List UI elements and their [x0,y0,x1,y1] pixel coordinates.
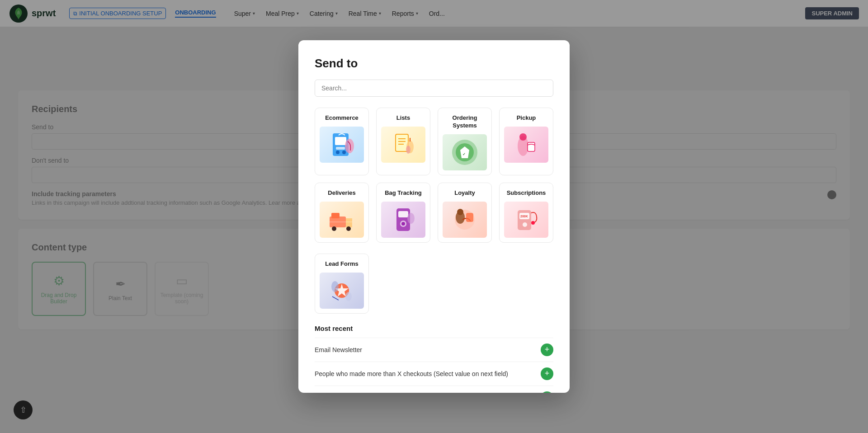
svg-text:✓: ✓ [462,152,466,156]
lead-forms-illustration [320,273,364,309]
svg-rect-19 [528,142,535,151]
add-email-newsletter-button[interactable]: + [541,344,553,356]
ordering-illustration: ✓ [443,134,487,170]
lists-illustration [381,127,425,163]
svg-point-6 [345,139,354,153]
svg-rect-5 [336,147,345,150]
svg-line-42 [332,297,339,300]
svg-point-21 [332,226,336,231]
svg-rect-2 [335,137,346,145]
loyalty-illustration [443,202,487,238]
svg-point-3 [336,151,340,154]
deliveries-illustration [320,202,364,238]
category-pickup[interactable]: Pickup [499,108,553,175]
lead-forms-row: Lead Forms [315,254,553,314]
category-lists[interactable]: Lists [376,108,430,175]
pickup-illustration [504,127,548,163]
add-digital-delivery-button[interactable]: + [541,391,553,393]
recent-item: People with Digital Delivery (Select val… [315,386,553,393]
category-loyalty[interactable]: Loyalty [438,183,492,243]
svg-point-37 [531,221,535,225]
category-ordering-systems[interactable]: Ordering Systems ✓ [438,108,492,175]
svg-rect-33 [466,213,473,222]
svg-point-4 [342,151,346,154]
category-deliveries[interactable]: Deliveries [315,183,369,243]
svg-point-32 [457,209,463,215]
category-grid: Ecommerce Lists Ordering Systems ✓ Picku… [315,108,553,243]
svg-point-28 [401,222,405,226]
svg-text:200K: 200K [520,215,528,218]
category-lead-forms[interactable]: Lead Forms [315,254,369,314]
svg-point-29 [407,213,415,224]
modal-overlay[interactable]: Send to Ecommerce Lists Ordering Systems… [0,0,868,433]
svg-point-13 [406,146,410,154]
recent-item: Email Newsletter + [315,338,553,362]
recent-item: People who made more than X checkouts (S… [315,362,553,386]
subscriptions-illustration: 200K [504,202,548,238]
category-ecommerce[interactable]: Ecommerce [315,108,369,175]
bag-tracking-illustration [381,202,425,238]
category-bag-tracking[interactable]: Bag Tracking [376,183,430,243]
svg-point-40 [331,281,339,292]
ecommerce-illustration [320,127,364,163]
svg-point-41 [345,292,352,301]
add-checkouts-button[interactable]: + [541,367,553,380]
most-recent-title: Most recent [315,325,553,332]
send-to-modal: Send to Ecommerce Lists Ordering Systems… [298,40,570,393]
recent-items-list: Email Newsletter + People who made more … [315,338,553,393]
category-subscriptions[interactable]: Subscriptions 200K [499,183,553,243]
svg-point-36 [523,222,527,227]
svg-point-18 [519,133,527,141]
modal-title: Send to [315,56,553,71]
svg-point-22 [346,226,351,231]
search-input[interactable] [315,80,553,97]
svg-rect-26 [398,211,408,217]
svg-rect-23 [331,213,340,218]
